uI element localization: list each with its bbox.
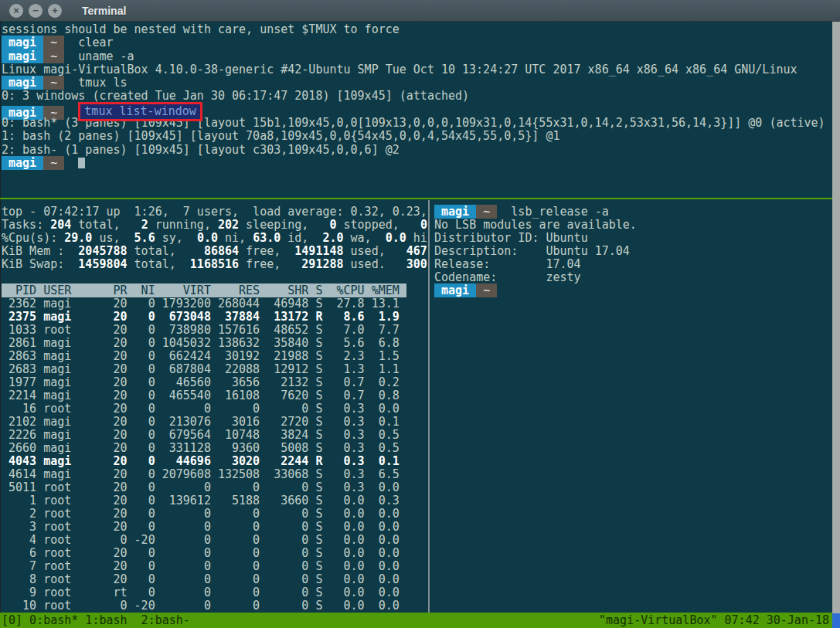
- terminal-line: magi ~ tmux list-window: [2, 104, 832, 117]
- process-row: 2861 magi 20 0 1045032 138632 35840 S 5.…: [2, 337, 427, 350]
- terminal-line: magi ~: [2, 157, 832, 170]
- prompt-user-badge: magi: [434, 205, 476, 219]
- command-text: tmux ls: [78, 76, 127, 90]
- prompt-dir-badge: ~: [476, 205, 497, 219]
- process-row: 10 root 0 -20 0 0 0 S 0.0 0.0: [2, 599, 427, 613]
- process-row: 4043 magi 20 0 44696 3020 2244 R 0.3 0.1: [2, 455, 427, 468]
- process-row: 2 root 20 0 0 0 0 S 0.0 0.0: [2, 507, 427, 521]
- command-text: lsb_release -a: [511, 205, 608, 219]
- prompt-user-badge: magi: [434, 283, 476, 297]
- annotation-highlight-box: tmux list-window: [78, 102, 202, 121]
- terminal-line: 2: bash- (1 panes) [109x45] [layout c303…: [2, 144, 832, 157]
- prompt-user-badge: magi: [2, 156, 43, 170]
- tmux-vertical-pane-divider[interactable]: [428, 200, 430, 613]
- process-row: 2102 magi 20 0 213076 3016 2720 S 0.3 0.…: [2, 416, 427, 429]
- process-row: 16 root 20 0 0 0 0 S 0.3 0.0: [2, 402, 427, 416]
- scrollbar-track[interactable]: [832, 22, 840, 628]
- title-bar: × − + Terminal: [0, 0, 840, 22]
- process-row: 1 root 20 0 139612 5188 3660 S 0.0 0.3: [2, 494, 427, 507]
- process-row: 7 root 20 0 0 0 0 S 0.0 0.0: [2, 560, 427, 573]
- prompt-user-badge: magi: [2, 76, 43, 90]
- process-row: 8 root 20 0 0 0 0 S 0.0 0.0: [2, 573, 427, 586]
- process-row: 2214 magi 20 0 465540 16108 7620 S 0.7 0…: [2, 389, 427, 402]
- tmux-status-windows[interactable]: [0] 0:bash* 1:bash 2:bash-: [2, 613, 190, 628]
- process-row: 5011 root 20 0 0 0 0 S 0.3 0.0: [2, 481, 427, 494]
- maximize-button[interactable]: +: [48, 4, 62, 18]
- prompt-dir-badge: ~: [43, 49, 64, 63]
- process-row: 2660 magi 20 0 331128 9360 5008 S 0.3 0.…: [2, 442, 427, 455]
- prompt-dir-badge: ~: [43, 36, 64, 49]
- tmux-status-bar: [0] 0:bash* 1:bash 2:bash- "magi-Virtual…: [0, 613, 840, 628]
- process-row: 1033 root 20 0 738980 157616 48652 S 7.0…: [2, 324, 427, 337]
- top-summary-line: KiB Mem : 2045788 total, 86864 free, 149…: [2, 245, 427, 258]
- cursor-block: [78, 158, 85, 168]
- process-row: 4614 magi 20 0 2079608 132508 33068 S 0.…: [2, 468, 427, 481]
- process-row: 4 root 0 -20 0 0 0 S 0.0 0.0: [2, 534, 427, 547]
- tmux-horizontal-pane-divider[interactable]: [0, 198, 832, 199]
- terminal-line: 1: bash (2 panes) [109x45] [layout 70a8,…: [2, 130, 832, 143]
- process-row: 2226 magi 20 0 679564 10748 3824 S 0.3 0…: [2, 429, 427, 442]
- scrollbar-thumb[interactable]: [832, 613, 840, 628]
- terminal-line: magi ~: [434, 284, 831, 297]
- terminal-line: sessions should be nested with care, uns…: [2, 23, 832, 36]
- minimize-button[interactable]: −: [29, 4, 43, 18]
- blank-line: [2, 271, 427, 284]
- terminal-line: magi ~ uname -a: [2, 50, 832, 63]
- process-row: 3 root 20 0 0 0 0 S 0.0 0.0: [2, 521, 427, 534]
- top-summary-line: KiB Swap: 1459804 total, 1168516 free, 2…: [2, 258, 427, 271]
- process-row: 2863 magi 20 0 662424 30192 21988 S 2.3 …: [2, 350, 427, 363]
- command-text: clear: [78, 36, 113, 49]
- top-summary-line: %Cpu(s): 29.0 us, 5.6 sy, 0.0 ni, 63.0 i…: [2, 232, 427, 245]
- terminal-line: magi ~ clear: [2, 36, 832, 49]
- prompt-dir-badge: ~: [43, 156, 64, 170]
- tmux-pane-top-command[interactable]: top - 07:42:17 up 1:26, 7 users, load av…: [2, 205, 427, 613]
- terminal-line: magi ~ tmux ls: [2, 76, 832, 90]
- process-table-header-text: PID USER PR NI VIRT RES SHR S %CPU %MEM: [2, 283, 406, 297]
- top-summary-line: Tasks: 204 total, 2 running, 202 sleepin…: [2, 219, 427, 232]
- process-row: 2375 magi 20 0 673048 37884 13172 R 8.6 …: [2, 311, 427, 324]
- terminal-line: magi ~ lsb_release -a: [434, 205, 831, 219]
- top-summary-line: top - 07:42:17 up 1:26, 7 users, load av…: [2, 205, 427, 219]
- process-row: 2683 magi 20 0 687804 22088 12912 S 1.3 …: [2, 363, 427, 376]
- tmux-pane-shell[interactable]: sessions should be nested with care, uns…: [2, 23, 832, 196]
- terminal-line: Description: Ubuntu 17.04: [434, 245, 831, 258]
- command-text: uname -a: [78, 49, 134, 63]
- process-row: 2362 magi 20 0 1793200 268044 46948 S 27…: [2, 297, 427, 311]
- prompt-dir-badge: ~: [476, 283, 497, 297]
- process-row: 1977 magi 20 0 46560 3656 2132 S 0.7 0.2: [2, 376, 427, 389]
- terminal-line: Release: 17.04: [434, 258, 831, 271]
- tmux-pane-lsb-release[interactable]: magi ~ lsb_release -aNo LSB modules are …: [434, 205, 831, 613]
- terminal-line: Linux magi-VirtualBox 4.10.0-38-generic …: [2, 63, 832, 76]
- process-row: 9 root rt 0 0 0 0 S 0.0 0.0: [2, 586, 427, 599]
- process-row: 6 root 20 0 0 0 0 S 0.0 0.0: [2, 547, 427, 560]
- process-table-header: PID USER PR NI VIRT RES SHR S %CPU %MEM: [2, 284, 427, 297]
- terminal-window: × − + Terminal sessions should be nested…: [0, 0, 840, 628]
- prompt-user-badge: magi: [2, 49, 43, 63]
- terminal-line: Distributor ID: Ubuntu: [434, 232, 831, 245]
- terminal-line: Codename: zesty: [434, 271, 831, 284]
- tmux-status-host-time: "magi-VirtualBox" 07:42 30-Jan-18: [599, 613, 829, 628]
- close-button[interactable]: ×: [9, 4, 23, 18]
- window-title: Terminal: [82, 5, 126, 17]
- prompt-user-badge: magi: [2, 36, 43, 49]
- terminal-line: No LSB modules are available.: [434, 219, 831, 232]
- prompt-dir-badge: ~: [43, 76, 64, 90]
